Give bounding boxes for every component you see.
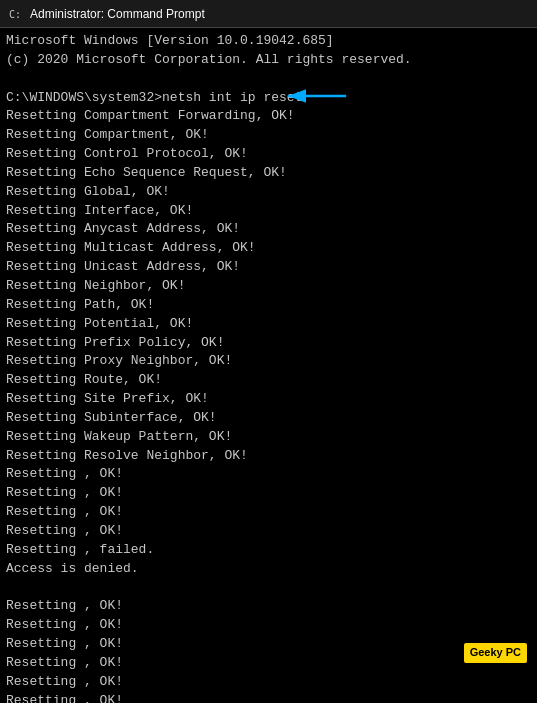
title-bar: C: Administrator: Command Prompt: [0, 0, 537, 28]
title-bar-text: Administrator: Command Prompt: [30, 7, 205, 21]
svg-text:C:: C:: [9, 9, 21, 20]
console-area: Microsoft Windows [Version 10.0.19042.68…: [0, 28, 537, 703]
cmd-icon: C:: [8, 6, 24, 22]
console-output: Microsoft Windows [Version 10.0.19042.68…: [6, 32, 531, 703]
watermark: Geeky PC: [464, 643, 527, 663]
